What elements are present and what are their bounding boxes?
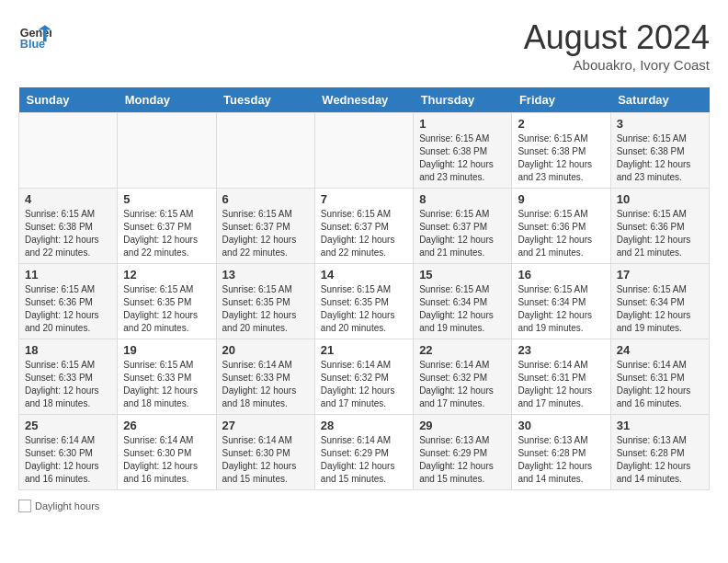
day-number: 2 (518, 117, 604, 131)
day-header-sunday: Sunday (19, 87, 118, 113)
days-header-row: SundayMondayTuesdayWednesdayThursdayFrid… (19, 87, 710, 113)
day-number: 13 (222, 268, 309, 282)
day-number: 5 (123, 192, 210, 206)
day-info: Sunrise: 6:15 AM Sunset: 6:33 PM Dayligh… (123, 359, 210, 410)
day-cell (216, 113, 314, 189)
day-info: Sunrise: 6:14 AM Sunset: 6:31 PM Dayligh… (617, 359, 703, 410)
day-info: Sunrise: 6:14 AM Sunset: 6:33 PM Dayligh… (222, 359, 309, 410)
day-header-saturday: Saturday (610, 87, 709, 113)
day-info: Sunrise: 6:15 AM Sunset: 6:35 PM Dayligh… (321, 283, 407, 335)
day-info: Sunrise: 6:14 AM Sunset: 6:29 PM Dayligh… (321, 434, 407, 486)
svg-text:Blue: Blue (20, 38, 45, 51)
day-number: 11 (25, 268, 111, 282)
day-cell: 4Sunrise: 6:15 AM Sunset: 6:38 PM Daylig… (19, 189, 118, 264)
day-cell: 13Sunrise: 6:15 AM Sunset: 6:35 PM Dayli… (216, 264, 314, 339)
day-cell: 16Sunrise: 6:15 AM Sunset: 6:34 PM Dayli… (512, 264, 610, 339)
day-info: Sunrise: 6:13 AM Sunset: 6:28 PM Dayligh… (518, 434, 604, 486)
legend-item-daylight: Daylight hours (18, 500, 99, 512)
day-cell (314, 113, 413, 189)
day-cell: 31Sunrise: 6:13 AM Sunset: 6:28 PM Dayli… (610, 415, 709, 490)
day-number: 14 (321, 268, 407, 282)
day-info: Sunrise: 6:15 AM Sunset: 6:38 PM Dayligh… (25, 208, 111, 259)
day-info: Sunrise: 6:15 AM Sunset: 6:34 PM Dayligh… (617, 283, 703, 335)
day-cell: 21Sunrise: 6:14 AM Sunset: 6:32 PM Dayli… (314, 339, 413, 415)
day-info: Sunrise: 6:15 AM Sunset: 6:38 PM Dayligh… (419, 132, 506, 184)
day-number: 20 (222, 343, 309, 357)
day-cell: 11Sunrise: 6:15 AM Sunset: 6:36 PM Dayli… (19, 264, 118, 339)
day-cell: 7Sunrise: 6:15 AM Sunset: 6:37 PM Daylig… (314, 189, 413, 264)
day-header-monday: Monday (118, 87, 216, 113)
day-info: Sunrise: 6:15 AM Sunset: 6:33 PM Dayligh… (25, 359, 111, 410)
day-cell (118, 113, 216, 189)
day-cell: 17Sunrise: 6:15 AM Sunset: 6:34 PM Dayli… (610, 264, 709, 339)
day-info: Sunrise: 6:14 AM Sunset: 6:32 PM Dayligh… (419, 359, 506, 410)
day-number: 17 (617, 268, 703, 282)
day-number: 25 (25, 419, 111, 432)
day-cell: 9Sunrise: 6:15 AM Sunset: 6:36 PM Daylig… (512, 189, 610, 264)
logo-icon: General Blue (18, 18, 51, 52)
day-cell: 10Sunrise: 6:15 AM Sunset: 6:36 PM Dayli… (610, 189, 709, 264)
week-row-4: 18Sunrise: 6:15 AM Sunset: 6:33 PM Dayli… (19, 339, 710, 415)
day-info: Sunrise: 6:15 AM Sunset: 6:37 PM Dayligh… (222, 208, 309, 259)
day-number: 18 (25, 343, 111, 357)
day-info: Sunrise: 6:15 AM Sunset: 6:35 PM Dayligh… (123, 283, 210, 335)
page-header: General Blue August 2024 Abouakro, Ivory… (18, 18, 710, 73)
day-number: 1 (419, 117, 506, 131)
day-cell: 24Sunrise: 6:14 AM Sunset: 6:31 PM Dayli… (610, 339, 709, 415)
day-number: 3 (617, 117, 703, 131)
day-info: Sunrise: 6:15 AM Sunset: 6:36 PM Dayligh… (25, 283, 111, 335)
day-number: 4 (25, 192, 111, 206)
day-info: Sunrise: 6:14 AM Sunset: 6:30 PM Dayligh… (123, 434, 210, 486)
day-number: 29 (419, 419, 506, 432)
title-block: August 2024 Abouakro, Ivory Coast (524, 18, 710, 73)
day-cell: 27Sunrise: 6:14 AM Sunset: 6:30 PM Dayli… (216, 415, 314, 490)
day-info: Sunrise: 6:15 AM Sunset: 6:36 PM Dayligh… (617, 208, 703, 259)
day-cell: 18Sunrise: 6:15 AM Sunset: 6:33 PM Dayli… (19, 339, 118, 415)
day-info: Sunrise: 6:13 AM Sunset: 6:29 PM Dayligh… (419, 434, 506, 486)
location: Abouakro, Ivory Coast (524, 57, 710, 73)
day-cell: 30Sunrise: 6:13 AM Sunset: 6:28 PM Dayli… (512, 415, 610, 490)
day-cell: 28Sunrise: 6:14 AM Sunset: 6:29 PM Dayli… (314, 415, 413, 490)
month-year: August 2024 (524, 18, 710, 57)
day-cell (19, 113, 118, 189)
week-row-3: 11Sunrise: 6:15 AM Sunset: 6:36 PM Dayli… (19, 264, 710, 339)
legend-color-daylight (18, 500, 31, 512)
week-row-1: 1Sunrise: 6:15 AM Sunset: 6:38 PM Daylig… (19, 113, 710, 189)
day-number: 28 (321, 419, 407, 432)
day-number: 30 (518, 419, 604, 432)
day-cell: 6Sunrise: 6:15 AM Sunset: 6:37 PM Daylig… (216, 189, 314, 264)
day-number: 22 (419, 343, 506, 357)
day-cell: 5Sunrise: 6:15 AM Sunset: 6:37 PM Daylig… (118, 189, 216, 264)
legend: Daylight hours (18, 500, 710, 512)
day-cell: 22Sunrise: 6:14 AM Sunset: 6:32 PM Dayli… (414, 339, 512, 415)
day-cell: 23Sunrise: 6:14 AM Sunset: 6:31 PM Dayli… (512, 339, 610, 415)
day-number: 27 (222, 419, 309, 432)
day-number: 21 (321, 343, 407, 357)
day-info: Sunrise: 6:15 AM Sunset: 6:38 PM Dayligh… (617, 132, 703, 184)
day-info: Sunrise: 6:15 AM Sunset: 6:35 PM Dayligh… (222, 283, 309, 335)
day-number: 12 (123, 268, 210, 282)
day-info: Sunrise: 6:13 AM Sunset: 6:28 PM Dayligh… (617, 434, 703, 486)
day-number: 26 (123, 419, 210, 432)
day-cell: 14Sunrise: 6:15 AM Sunset: 6:35 PM Dayli… (314, 264, 413, 339)
day-cell: 2Sunrise: 6:15 AM Sunset: 6:38 PM Daylig… (512, 113, 610, 189)
day-info: Sunrise: 6:14 AM Sunset: 6:30 PM Dayligh… (25, 434, 111, 486)
day-info: Sunrise: 6:15 AM Sunset: 6:36 PM Dayligh… (518, 208, 604, 259)
day-cell: 25Sunrise: 6:14 AM Sunset: 6:30 PM Dayli… (19, 415, 118, 490)
day-number: 6 (222, 192, 309, 206)
day-header-tuesday: Tuesday (216, 87, 314, 113)
day-number: 19 (123, 343, 210, 357)
day-info: Sunrise: 6:15 AM Sunset: 6:34 PM Dayligh… (518, 283, 604, 335)
day-cell: 26Sunrise: 6:14 AM Sunset: 6:30 PM Dayli… (118, 415, 216, 490)
day-info: Sunrise: 6:15 AM Sunset: 6:34 PM Dayligh… (419, 283, 506, 335)
day-info: Sunrise: 6:15 AM Sunset: 6:37 PM Dayligh… (419, 208, 506, 259)
day-cell: 15Sunrise: 6:15 AM Sunset: 6:34 PM Dayli… (414, 264, 512, 339)
week-row-5: 25Sunrise: 6:14 AM Sunset: 6:30 PM Dayli… (19, 415, 710, 490)
day-cell: 20Sunrise: 6:14 AM Sunset: 6:33 PM Dayli… (216, 339, 314, 415)
day-header-wednesday: Wednesday (314, 87, 413, 113)
day-info: Sunrise: 6:15 AM Sunset: 6:37 PM Dayligh… (321, 208, 407, 259)
day-number: 8 (419, 192, 506, 206)
day-info: Sunrise: 6:14 AM Sunset: 6:31 PM Dayligh… (518, 359, 604, 410)
day-number: 15 (419, 268, 506, 282)
day-number: 16 (518, 268, 604, 282)
